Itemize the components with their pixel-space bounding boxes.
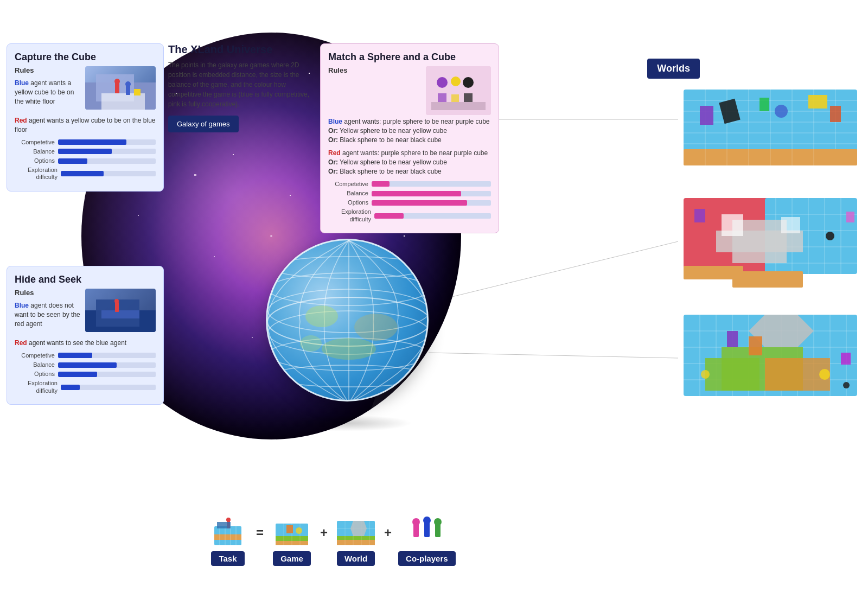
hide-bar-row-competetive: Competetive [15, 352, 156, 359]
coplayers-icon [405, 510, 449, 548]
svg-point-119 [226, 518, 231, 522]
hide-bar-chart: Competetive Balance Options Exploration … [15, 352, 156, 394]
svg-point-32 [114, 299, 119, 303]
xland-section: The XLand Universe The points in the gal… [168, 43, 320, 132]
svg-rect-140 [424, 522, 430, 537]
task-icon [206, 510, 250, 548]
svg-rect-63 [808, 95, 827, 109]
hide-seek-card: Hide and Seek Rules Blue agent does not … [7, 266, 164, 405]
svg-rect-64 [830, 106, 841, 122]
svg-point-24 [114, 79, 120, 84]
world-svg-1 [678, 79, 863, 176]
svg-rect-80 [722, 214, 743, 236]
svg-marker-137 [350, 521, 367, 536]
worlds-badge: Worlds [647, 59, 700, 79]
world-svg-2 [678, 187, 863, 296]
hide-bar-row-options: Options [15, 371, 156, 378]
xland-description: The points in the galaxy are games where… [168, 60, 320, 109]
svg-rect-106 [749, 336, 762, 355]
svg-rect-22 [101, 93, 145, 110]
capture-cube-title: Capture the Cube [15, 52, 156, 63]
svg-rect-127 [286, 525, 293, 533]
svg-rect-39 [464, 93, 473, 102]
svg-point-26 [125, 81, 131, 87]
svg-point-83 [826, 232, 834, 240]
match-red-agent: Red agent wants: purple sphere to be nea… [328, 149, 491, 176]
coplayers-label: Co-players [398, 551, 456, 566]
svg-point-34 [437, 77, 448, 88]
svg-rect-66 [760, 98, 769, 111]
globe [266, 239, 429, 401]
page-container: The XLand Universe The points in the gal… [0, 0, 868, 593]
svg-point-128 [296, 527, 302, 534]
svg-rect-84 [846, 212, 854, 222]
game-icon [270, 510, 314, 548]
formula-coplayers: Co-players [398, 510, 456, 566]
formula-game: Game [270, 510, 314, 566]
match-bar-row-exploration: Exploration difficulty [328, 208, 491, 222]
svg-line-5 [429, 353, 678, 358]
svg-rect-38 [451, 94, 459, 102]
svg-point-143 [434, 518, 442, 526]
bar-row-balance: Balance [15, 148, 156, 155]
bar-row-exploration: Exploration difficulty [15, 167, 156, 181]
globe-container [266, 239, 450, 423]
formula-equals: = [256, 525, 264, 540]
svg-rect-27 [134, 89, 141, 95]
formula-world: World [334, 510, 378, 566]
svg-rect-30 [101, 310, 139, 318]
hide-bar-row-exploration: Exploration difficulty [15, 380, 156, 394]
svg-rect-86 [684, 266, 743, 279]
world-image-1 [678, 79, 863, 176]
formula-plus1: + [320, 525, 328, 540]
svg-rect-40 [431, 102, 486, 110]
capture-bar-chart: Competetive Balance Options Exploration … [15, 139, 156, 181]
xland-title: The XLand Universe [168, 43, 320, 56]
match-title: Match a Sphere and a Cube [328, 52, 491, 63]
svg-rect-31 [115, 302, 119, 312]
svg-rect-131 [337, 540, 375, 545]
world-image-2 [678, 187, 863, 296]
svg-point-35 [451, 76, 461, 86]
svg-rect-62 [700, 106, 713, 125]
hide-seek-title: Hide and Seek [15, 274, 156, 285]
svg-point-18 [322, 338, 376, 360]
world-icon [334, 510, 378, 548]
svg-point-108 [819, 369, 830, 380]
svg-point-16 [305, 305, 338, 327]
hide-seek-thumbnail [85, 289, 156, 332]
svg-rect-113 [214, 534, 241, 540]
svg-point-36 [463, 77, 474, 88]
svg-rect-120 [217, 522, 231, 528]
svg-rect-110 [841, 353, 851, 365]
svg-rect-103 [705, 358, 760, 391]
svg-point-111 [843, 382, 850, 388]
svg-rect-82 [694, 209, 705, 222]
world-svg-3 [678, 304, 863, 412]
match-bar-chart: Competetive Balance Options Exploration … [328, 181, 491, 223]
svg-point-19 [300, 335, 322, 352]
galaxy-button[interactable]: Galaxy of games [168, 116, 239, 132]
match-bar-row-competetive: Competetive [328, 181, 491, 188]
formula-plus2: + [384, 525, 392, 540]
world-label: World [337, 551, 375, 566]
svg-rect-81 [781, 217, 800, 233]
world-image-3 [678, 304, 863, 412]
globe-shadow [282, 415, 412, 431]
svg-point-139 [412, 518, 420, 526]
match-card: Match a Sphere and a Cube Rules Blue age… [320, 43, 499, 233]
svg-point-65 [775, 105, 788, 118]
hide-bar-row-balance: Balance [15, 361, 156, 368]
svg-point-17 [354, 314, 398, 341]
bar-row-options: Options [15, 157, 156, 164]
match-bar-row-options: Options [328, 199, 491, 206]
formula-task: Task [206, 510, 250, 566]
bar-row-competetive: Competetive [15, 139, 156, 146]
svg-rect-107 [727, 331, 738, 347]
match-blue-agent: Blue agent wants: purple sphere to be ne… [328, 117, 491, 144]
match-thumbnail [426, 66, 491, 115]
capture-cube-card: Capture the Cube Rules Blue agent wants … [7, 43, 164, 192]
task-formula: Task = Game + [206, 510, 456, 566]
hide-red-agent: Red agent wants to see the blue agent [15, 339, 156, 348]
svg-rect-37 [438, 93, 446, 102]
